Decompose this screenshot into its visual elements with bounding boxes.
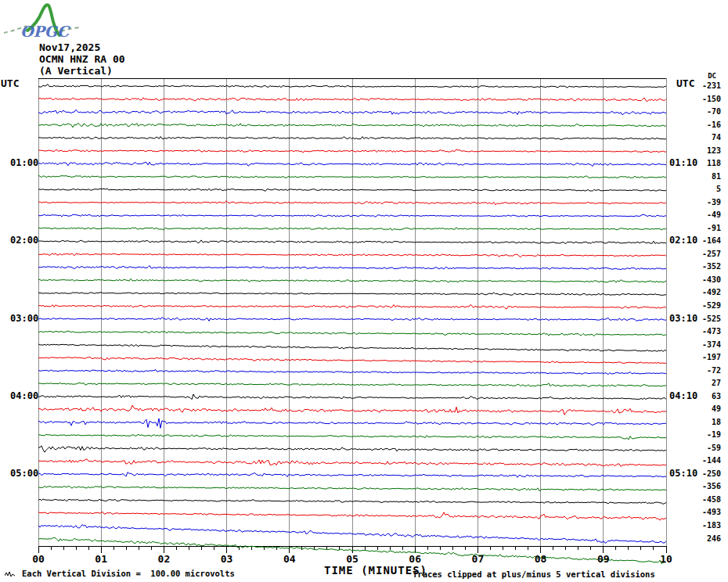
clip-note: Traces clipped at plus/minus 5 vertical … — [413, 569, 655, 579]
scale-note: Each Vertical Division = 100.00 microvol… — [22, 569, 235, 578]
helicorder-plot — [0, 0, 728, 582]
waveform-mark-icon — [5, 570, 17, 578]
webicorder-page: OPGC Nov17,2025 OCMN HNZ RA 00 (A Vertic… — [0, 0, 728, 582]
